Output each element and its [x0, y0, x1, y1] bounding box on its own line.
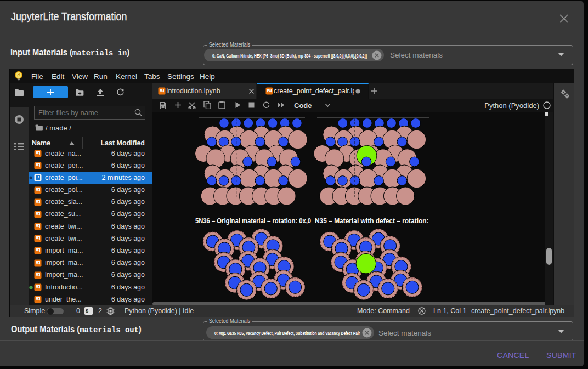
svg-text:5N36 – Original material – rot: 5N36 – Original material – rotation: 0x,… [195, 217, 311, 225]
svg-text:N35 – Material with defect – r: N35 – Material with defect – rotation: [315, 217, 429, 225]
